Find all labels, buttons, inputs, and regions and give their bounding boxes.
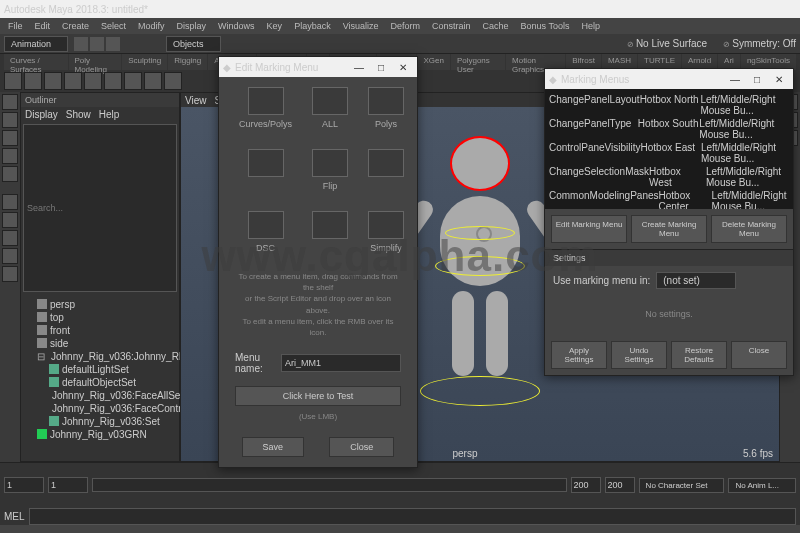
layout-icon[interactable] — [2, 266, 18, 282]
list-row[interactable]: CommonModelingPanesHotbox CenterLeft/Mid… — [549, 189, 789, 209]
shelf-tab[interactable]: XGen — [417, 54, 449, 70]
character-mesh[interactable] — [410, 136, 550, 396]
mm-slot-e[interactable] — [368, 149, 404, 191]
menu-display[interactable]: Display — [177, 21, 207, 31]
menu-select[interactable]: Select — [101, 21, 126, 31]
layout-icon[interactable] — [2, 230, 18, 246]
shelf-tab[interactable]: Rigging — [168, 54, 207, 70]
layout-icon[interactable] — [2, 212, 18, 228]
workspace-dropdown[interactable]: Animation — [4, 36, 68, 52]
rotate-tool-icon[interactable] — [2, 148, 18, 164]
menu-key[interactable]: Key — [267, 21, 283, 31]
outliner-menu-display[interactable]: Display — [25, 109, 58, 120]
shelf-tab[interactable]: Poly Modeling — [69, 54, 122, 70]
anim-layer-dropdown[interactable]: No Anim L... — [728, 478, 796, 493]
move-tool-icon[interactable] — [2, 130, 18, 146]
layout-icon[interactable] — [2, 248, 18, 264]
tree-item[interactable]: top — [25, 311, 175, 324]
menu-help[interactable]: Help — [581, 21, 600, 31]
command-input[interactable] — [29, 508, 796, 525]
tree-item[interactable]: Johnny_Rig_v03GRN — [25, 428, 175, 441]
menu-visualize[interactable]: Visualize — [343, 21, 379, 31]
tree-item[interactable]: front — [25, 324, 175, 337]
mm-slot-nw[interactable]: Curves/Polys — [239, 87, 292, 129]
layout-icon[interactable] — [2, 194, 18, 210]
char-set-dropdown[interactable]: No Character Set — [639, 478, 725, 493]
marking-menu-list[interactable]: ChangePanelLayoutHotbox NorthLeft/Middle… — [545, 89, 793, 209]
menu-deform[interactable]: Deform — [391, 21, 421, 31]
minimize-icon[interactable]: — — [349, 62, 369, 73]
menu-bonus[interactable]: Bonus Tools — [521, 21, 570, 31]
menu-cache[interactable]: Cache — [483, 21, 509, 31]
restore-button[interactable]: Restore Defaults — [671, 341, 727, 369]
range-end[interactable] — [605, 477, 635, 493]
tree-item[interactable]: defaultObjectSet — [25, 376, 175, 389]
mm-slot-ne[interactable]: Polys — [368, 87, 404, 129]
select-tool-icon[interactable] — [2, 94, 18, 110]
menu-file[interactable]: File — [8, 21, 23, 31]
tree-item[interactable]: ⊟Johnny_Rig_v036:Johnny_RIG — [25, 350, 175, 363]
shelf-tab[interactable]: Sculpting — [122, 54, 167, 70]
play-start[interactable] — [48, 477, 88, 493]
menu-playback[interactable]: Playback — [294, 21, 331, 31]
close-icon[interactable]: ✕ — [769, 74, 789, 85]
close-button[interactable]: Close — [731, 341, 787, 369]
outliner-menu-show[interactable]: Show — [66, 109, 91, 120]
tree-item[interactable]: Johnny_Rig_v036:FaceControlSet — [25, 402, 175, 415]
close-icon[interactable]: ✕ — [393, 62, 413, 73]
delete-mm-button[interactable]: Delete Marking Menu — [711, 215, 787, 243]
undo-button[interactable]: Undo Settings — [611, 341, 667, 369]
shelf-icon[interactable] — [104, 72, 122, 90]
create-mm-button[interactable]: Create Marking Menu — [631, 215, 707, 243]
tree-item[interactable]: Johnny_Rig_v036:Set — [25, 415, 175, 428]
sel-mode-dropdown[interactable]: Objects — [166, 36, 221, 52]
mm-slot-s[interactable] — [312, 211, 348, 253]
tool-icon[interactable] — [106, 37, 120, 51]
mm-slot-sw[interactable]: DSC — [239, 211, 292, 253]
minimize-icon[interactable]: — — [725, 74, 745, 85]
close-button[interactable]: Close — [329, 437, 394, 457]
list-row[interactable]: ControlPaneVisibilityHotbox EastLeft/Mid… — [549, 141, 789, 165]
tool-icon[interactable] — [90, 37, 104, 51]
maximize-icon[interactable]: □ — [371, 62, 391, 73]
tool-icon[interactable] — [74, 37, 88, 51]
list-row[interactable]: ChangePanelLayoutHotbox NorthLeft/Middle… — [549, 93, 789, 117]
menu-modify[interactable]: Modify — [138, 21, 165, 31]
shelf-icon[interactable] — [24, 72, 42, 90]
shelf-icon[interactable] — [124, 72, 142, 90]
list-row[interactable]: ChangePanelTypeHotbox SouthLeft/Middle/R… — [549, 117, 789, 141]
menu-create[interactable]: Create — [62, 21, 89, 31]
test-button[interactable]: Click Here to Test — [235, 386, 401, 406]
menu-windows[interactable]: Windows — [218, 21, 255, 31]
mm-slot-se[interactable]: Simplify — [368, 211, 404, 253]
tree-item[interactable]: defaultLightSet — [25, 363, 175, 376]
shelf-icon[interactable] — [44, 72, 62, 90]
shelf-icon[interactable] — [164, 72, 182, 90]
shelf-icon[interactable] — [4, 72, 22, 90]
play-end[interactable] — [571, 477, 601, 493]
shelf-icon[interactable] — [144, 72, 162, 90]
shelf-icon[interactable] — [84, 72, 102, 90]
shelf-tab[interactable]: Curves / Surfaces — [4, 54, 68, 70]
list-row[interactable]: ChangeSelectionMaskHotbox WestLeft/Middl… — [549, 165, 789, 189]
vp-menu-view[interactable]: View — [185, 95, 207, 106]
menu-name-input[interactable] — [281, 354, 401, 372]
tree-item[interactable]: Johnny_Rig_v036:FaceAllSet — [25, 389, 175, 402]
shelf-icon[interactable] — [64, 72, 82, 90]
tree-item[interactable]: side — [25, 337, 175, 350]
mm-slot-c[interactable]: Flip — [312, 149, 348, 191]
outliner-menu-help[interactable]: Help — [99, 109, 120, 120]
edit-mm-button[interactable]: Edit Marking Menu — [551, 215, 627, 243]
range-start[interactable] — [4, 477, 44, 493]
lasso-tool-icon[interactable] — [2, 112, 18, 128]
save-button[interactable]: Save — [242, 437, 305, 457]
menu-edit[interactable]: Edit — [35, 21, 51, 31]
menu-constrain[interactable]: Constrain — [432, 21, 471, 31]
mm-slot-n[interactable]: ALL — [312, 87, 348, 129]
maximize-icon[interactable]: □ — [747, 74, 767, 85]
shelf-tab[interactable]: Polygons User — [451, 54, 505, 70]
mm-slot-w[interactable] — [239, 149, 292, 191]
scale-tool-icon[interactable] — [2, 166, 18, 182]
use-mm-dropdown[interactable]: (not set) — [656, 272, 736, 289]
outliner-search[interactable] — [23, 124, 177, 292]
